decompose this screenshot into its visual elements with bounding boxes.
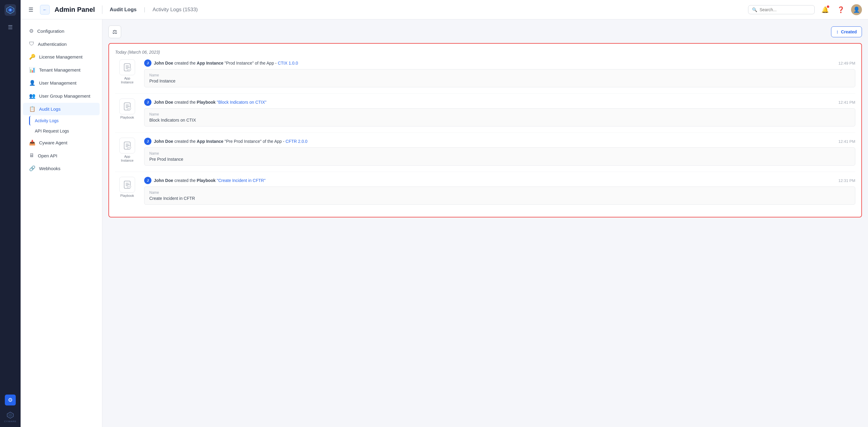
log-icon-box-3: + — [119, 138, 135, 153]
log-detail-value-1: Prod Instance — [149, 79, 850, 83]
notifications-button[interactable]: 🔔 — [819, 4, 831, 15]
log-body-3: J John Doe created the App Instance "Pre… — [144, 138, 855, 166]
notification-dot — [827, 5, 829, 8]
activity-container: Today (March 06, 2023) + — [108, 43, 862, 218]
sidebar-item-authentication[interactable]: 🛡 Authentication — [23, 38, 100, 50]
playbook-link-1[interactable]: "Block Indicators on CTIX" — [217, 100, 267, 105]
playbook-link-2[interactable]: "Create Incident in CFTR" — [217, 178, 266, 183]
breadcrumb-main: Audit Logs — [110, 7, 136, 13]
main-content: ⚖ ↕ Created Today (March 06, 2023) — [102, 20, 868, 427]
auditlogs-icon: 📋 — [29, 106, 35, 112]
back-button[interactable]: ← — [40, 5, 50, 15]
top-header: ☰ ← Admin Panel Audit Logs | Activity Lo… — [21, 0, 868, 20]
search-box[interactable]: 🔍 — [748, 5, 815, 14]
log-entry-2: + Playbook J John Doe created the Playbo… — [115, 98, 855, 126]
app-link-1[interactable]: CTIX 1.0.0 — [278, 61, 298, 65]
sidebar-item-configuration[interactable]: ⚙ Configuration — [23, 25, 100, 37]
user-icon: 👤 — [29, 80, 35, 86]
log-text-4: J John Doe created the Playbook "Create … — [144, 177, 266, 184]
log-detail-box-1: Name Prod Instance — [144, 69, 855, 87]
log-text-1: J John Doe created the App Instance "Pro… — [144, 59, 298, 67]
sidebar-item-usergroup[interactable]: 👥 User Group Management — [23, 90, 100, 102]
svg-text:+: + — [128, 68, 130, 71]
log-detail-value-2: Block Indicators on CTIX — [149, 118, 850, 122]
sidebar-label-authentication: Authentication — [38, 41, 67, 47]
webhooks-icon: 🔗 — [29, 165, 35, 172]
sidebar-label-webhooks: Webhooks — [39, 166, 61, 171]
audit-sub-items: Activity Logs API Request Logs — [21, 116, 102, 136]
sidebar-item-license[interactable]: 🔑 License Management — [23, 51, 100, 63]
sidebar-item-tenant[interactable]: 📊 Tenant Management — [23, 64, 100, 76]
user-avatar-small-2: J — [144, 98, 151, 106]
log-icon-box-4: + — [119, 177, 135, 193]
api-request-logs-label: API Request Logs — [35, 129, 69, 134]
sidebar-item-open-api[interactable]: 🖥 Open API — [23, 149, 100, 162]
log-detail-box-3: Name Pre Prod Instance — [144, 147, 855, 166]
user-avatar-small-1: J — [144, 59, 151, 67]
log-time-1: 12:49 PM — [838, 61, 855, 65]
log-icon-box-2: + — [119, 98, 135, 114]
sidebar-sub-activity-logs[interactable]: Activity Logs — [29, 116, 100, 125]
log-icon-container-3: + AppInstance — [115, 138, 139, 166]
cyware-logo-icon[interactable] — [4, 4, 16, 16]
sidebar-label-usergroup: User Group Management — [39, 93, 90, 98]
menu-hamburger-icon[interactable]: ☰ — [27, 4, 35, 15]
app-link-2[interactable]: CFTR 2.0.0 — [286, 139, 307, 144]
log-separator-1 — [115, 93, 855, 94]
log-detail-value-3: Pre Prod Instance — [149, 157, 850, 162]
log-icon-container-4: + Playbook — [115, 177, 139, 205]
user-avatar[interactable]: 👤 — [851, 4, 862, 15]
tenant-icon: 📊 — [29, 67, 35, 73]
log-detail-box-2: Name Block Indicators on CTIX — [144, 108, 855, 126]
log-time-3: 12:41 PM — [838, 139, 855, 144]
log-header-row-1: J John Doe created the App Instance "Pro… — [144, 59, 855, 67]
log-time-2: 12:41 PM — [838, 100, 855, 105]
log-header-row-2: J John Doe created the Playbook "Block I… — [144, 98, 855, 106]
license-icon: 🔑 — [29, 54, 35, 60]
breadcrumb-separator: | — [144, 6, 145, 13]
activity-logs-label: Activity Logs — [35, 118, 59, 123]
sidebar-cyware-label: CYWARE — [4, 420, 17, 423]
search-input[interactable] — [760, 7, 811, 12]
sidebar-label-cyware-agent: Cyware Agent — [39, 140, 67, 145]
dark-sidebar: ☰ ⚙ CYWARE — [0, 0, 21, 427]
sidebar-label-license: License Management — [39, 54, 82, 59]
log-detail-value-4: Create Incident in CFTR — [149, 196, 850, 201]
svg-text:+: + — [128, 146, 130, 149]
log-separator-3 — [115, 172, 855, 172]
sidebar-item-user[interactable]: 👤 User Management — [23, 77, 100, 89]
sidebar-menu-icon[interactable]: ☰ — [5, 22, 16, 33]
log-header-row-4: J John Doe created the Playbook "Create … — [144, 177, 855, 184]
log-type-label-2: Playbook — [120, 116, 134, 119]
log-detail-box-4: Name Create Incident in CFTR — [144, 187, 855, 205]
cyware-agent-icon: 📥 — [29, 140, 35, 146]
svg-text:+: + — [128, 185, 130, 188]
sidebar-settings-icon[interactable]: ⚙ — [5, 395, 16, 405]
sidebar-label-open-api: Open API — [38, 153, 57, 158]
log-body-1: J John Doe created the App Instance "Pro… — [144, 59, 855, 87]
admin-panel-title: Admin Panel — [55, 6, 95, 13]
filter-button[interactable]: ⚖ — [108, 26, 121, 38]
log-type-label-3: AppInstance — [121, 155, 133, 163]
user-avatar-small-3: J — [144, 138, 151, 145]
sort-button[interactable]: ↕ Created — [831, 26, 862, 37]
log-separator-2 — [115, 133, 855, 133]
left-nav: ⚙ Configuration 🛡 Authentication 🔑 Licen… — [21, 20, 102, 427]
configuration-icon: ⚙ — [29, 28, 34, 34]
log-icon-container-2: + Playbook — [115, 98, 139, 126]
user-avatar-small-4: J — [144, 177, 151, 184]
sidebar-item-cyware-agent[interactable]: 📥 Cyware Agent — [23, 137, 100, 149]
sidebar-sub-api-request-logs[interactable]: API Request Logs — [29, 126, 100, 136]
header-divider — [102, 5, 102, 14]
sidebar-item-auditlogs[interactable]: 📋 Audit Logs — [23, 103, 100, 115]
log-header-row-3: J John Doe created the App Instance "Pre… — [144, 138, 855, 145]
help-button[interactable]: ❓ — [835, 4, 846, 15]
usergroup-icon: 👥 — [29, 93, 35, 99]
sidebar-bottom-logo: CYWARE — [4, 411, 17, 423]
sidebar-item-webhooks[interactable]: 🔗 Webhooks — [23, 162, 100, 175]
log-icon-box-1: + — [119, 59, 135, 75]
header-icons: 🔔 ❓ 👤 — [819, 4, 862, 15]
filter-bar: ⚖ ↕ Created — [108, 26, 862, 38]
sidebar-label-user: User Management — [39, 80, 76, 86]
svg-marker-4 — [8, 413, 12, 417]
